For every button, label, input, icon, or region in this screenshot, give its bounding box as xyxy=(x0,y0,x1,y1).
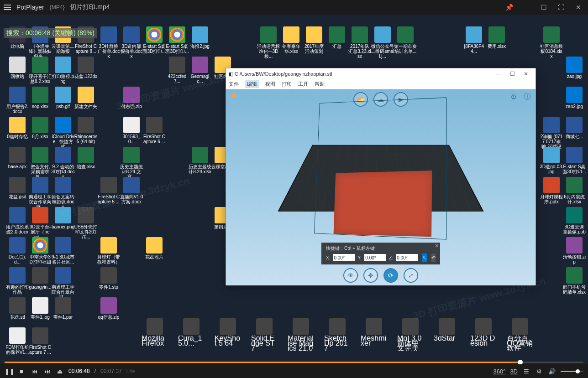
minimize-button[interactable]: — xyxy=(520,1,532,13)
stop-button[interactable]: ■ xyxy=(17,368,26,375)
rotate-reset-button[interactable]: ↶ xyxy=(431,254,436,262)
rotate-button[interactable]: ⟳ xyxy=(383,268,398,283)
desktop-icon[interactable]: 3D造云课堂摄像.pub xyxy=(562,207,586,234)
desktop-icon[interactable]: 花盆.123dx xyxy=(74,57,98,79)
close-button[interactable]: ✕ xyxy=(572,1,584,13)
desktop-icon[interactable]: FireShot Capture 5 ... xyxy=(97,177,121,204)
desktop-icon[interactable]: psb.gif xyxy=(51,87,75,109)
desktop-icon[interactable]: Doc1(1).d... xyxy=(5,237,29,264)
desktop-icon[interactable]: sop.xlsx xyxy=(28,87,52,109)
menu-file[interactable]: 文件 xyxy=(229,81,239,88)
desktop-icon[interactable]: 3D造内部报价单.docx xyxy=(120,26,143,59)
slicer-maximize-button[interactable]: ☐ xyxy=(505,71,519,77)
desktop-icon[interactable]: 2017年队汇总3.23.xlsx xyxy=(348,26,372,59)
desktop-icon[interactable]: 3D社群推广价单.docx xyxy=(97,26,121,59)
slicer-minimize-button[interactable]: — xyxy=(492,71,505,77)
desktop-icon[interactable]: 商城七... xyxy=(562,117,586,139)
desktop-icon[interactable]: 陪查.xlsx xyxy=(74,147,98,169)
desktop-icon[interactable]: iCloud Drive - 快捷方式 xyxy=(51,117,75,149)
hamburger-icon[interactable] xyxy=(4,5,11,10)
seek-bar[interactable] xyxy=(0,360,588,364)
desktop-icon[interactable]: 海报2.jpg xyxy=(188,26,212,49)
settings-icon[interactable]: ⚙ xyxy=(509,92,518,101)
taskbar-app[interactable]: Mozilla Firefox xyxy=(142,318,168,351)
playlist-icon[interactable]: ☰ xyxy=(522,368,530,375)
desktop-icon[interactable]: 新建文件夹 xyxy=(74,87,98,109)
desktop-icon[interactable]: 中南大学3D打印社团 ... xyxy=(28,237,52,269)
slicer-close-button[interactable]: ✕ xyxy=(519,71,533,77)
menu-tools[interactable]: 工具 xyxy=(298,81,308,88)
desktop-icon[interactable]: 回收站 xyxy=(5,57,29,79)
taskbar-app[interactable]: 123D Design xyxy=(470,318,497,351)
settings-gear-icon[interactable]: ⚙ xyxy=(535,368,543,375)
desktop-icon[interactable]: 花盆.gsd xyxy=(5,177,29,199)
desktop-icon[interactable]: 历史主题统计8.24-文章... xyxy=(120,147,143,179)
taskbar-app[interactable]: SketchUp 2017 xyxy=(324,318,351,351)
desktop-icon[interactable]: E-start S桌面3D打印... xyxy=(165,26,189,54)
volume-icon[interactable]: 🔊 xyxy=(548,368,556,375)
desktop-icon[interactable]: base.apk xyxy=(5,147,29,169)
menu-edit[interactable]: 编辑 xyxy=(245,80,259,88)
desktop-icon[interactable]: 422ccfed7... xyxy=(165,57,189,84)
info-icon[interactable]: ⓘ xyxy=(523,92,532,101)
desktop-icon[interactable]: 花盆.stl xyxy=(5,297,29,320)
desktop-icon[interactable]: {8FA36F44... xyxy=(462,26,486,54)
desktop-icon[interactable]: 打印路径.png xyxy=(51,57,75,84)
desktop-icon[interactable]: 零件1.log xyxy=(28,297,52,320)
rotate-z-input[interactable] xyxy=(396,254,418,261)
taskbar-app[interactable]: Solid Edge ST7 xyxy=(251,318,278,351)
desktop-icon[interactable]: zao2.jpg xyxy=(562,87,586,109)
desktop-icon[interactable]: 9-2 会动的3D打印.docx xyxy=(51,147,75,179)
rotate-apply-button[interactable]: ↖ xyxy=(422,254,426,262)
menu-help[interactable]: 帮助 xyxy=(315,81,325,88)
desktop-icon[interactable]: 现开喜子汇总8.2.xlsx xyxy=(28,57,52,84)
desktop-icon[interactable]: 活动按钮.zip xyxy=(562,237,586,264)
desktop-icon[interactable]: 用户报告2.docx xyxy=(5,87,29,114)
next-button[interactable]: ⏭ xyxy=(43,368,51,375)
desktop-icon[interactable]: 3D造go-03.jpg xyxy=(540,147,563,174)
desktop-icon[interactable]: E-start S桌面3D打印... xyxy=(562,147,586,174)
desktop-icon[interactable]: 用户成长系统2.0.docx xyxy=(5,207,29,234)
desktop-icon[interactable]: FireShot Capture 6 ... xyxy=(142,117,166,144)
desktop-icon[interactable]: 微信公众号二维码small.j... xyxy=(371,26,394,59)
desktop-icon[interactable]: 零件1.stp xyxy=(97,267,121,290)
maximize-button[interactable]: ☐ xyxy=(538,1,550,13)
desktop-icon[interactable]: 社区消息模板0104.xlsx xyxy=(540,26,563,59)
desktop-icon[interactable]: zao.jpg xyxy=(562,57,586,79)
play-pause-button[interactable]: ❚❚ xyxy=(5,368,13,375)
desktop-icon[interactable]: 零件1.par xyxy=(51,297,75,320)
taskbar-app[interactable]: 3dStar xyxy=(434,318,460,351)
scale-button[interactable]: ⤢ xyxy=(404,268,418,283)
desktop-icon[interactable]: FDM打印机的保养V1... xyxy=(5,327,29,355)
desktop-icon[interactable]: Rhinoceros 5 (64-bit) xyxy=(74,117,98,144)
pin-icon[interactable]: 📌 xyxy=(503,1,515,13)
desktop-icon[interactable]: 第一期市资培训名单... xyxy=(394,26,417,54)
model-object[interactable] xyxy=(334,171,432,237)
taskbar-app[interactable]: MoI 3.0 简体中文完美版 xyxy=(397,318,424,351)
desktop-icon[interactable]: 原创文案约稿协议.docx xyxy=(51,177,75,209)
desktop-icon[interactable]: 月球灯课程序.pptx xyxy=(540,177,563,204)
eject-button[interactable]: ⏏ xyxy=(56,368,64,375)
360-button[interactable]: 360° xyxy=(493,368,505,375)
desktop-icon[interactable]: 直播间V1.0方案.docx xyxy=(120,177,143,204)
desktop-icon[interactable]: E-start S桌面3D打印... xyxy=(142,26,166,54)
taskbar-app[interactable]: Cura_15.0... xyxy=(178,318,205,351)
desktop-icon[interactable]: 南通理工学院合作章向书... xyxy=(51,267,75,300)
taskbar-app[interactable]: KeyShot 5 64 xyxy=(215,318,241,351)
desktop-icon[interactable]: FireShot Capture 7 ... xyxy=(28,327,52,355)
desktop-icon[interactable]: 创客嘉年华.xlsx xyxy=(279,26,303,54)
rotate-x-input[interactable] xyxy=(333,254,355,261)
desktop-icon[interactable]: 活动运营标准化—3D模... xyxy=(257,26,280,59)
taskbar-app[interactable]: 百分百QQ营销软件 xyxy=(507,318,533,351)
desktop-icon[interactable]: banner.png xyxy=(51,207,75,229)
desktop-icon[interactable]: guangyin... xyxy=(28,267,52,290)
slicer-viewport[interactable]: 📂 ☁ ▶ ⚙ ⓘ ✕ 快捷键：Ctrl + 鼠标左键 X: Y: Z: ↖ ↶ xyxy=(226,89,536,285)
desktop-icon[interactable]: 花盆照片 xyxy=(142,237,166,259)
taskbar-app[interactable]: Meshmixer xyxy=(361,318,387,351)
menu-print[interactable]: 打印 xyxy=(282,81,292,88)
desktop-icon[interactable]: 9-1 3D城市名片社区... xyxy=(51,237,75,264)
desktop-icon[interactable]: qq信息.zip xyxy=(97,297,121,320)
rotate-y-input[interactable] xyxy=(364,254,386,261)
desktop-icon[interactable]: 0临时存忆 xyxy=(5,117,29,139)
desktop-icon[interactable]: 付志强.zip xyxy=(120,87,143,109)
